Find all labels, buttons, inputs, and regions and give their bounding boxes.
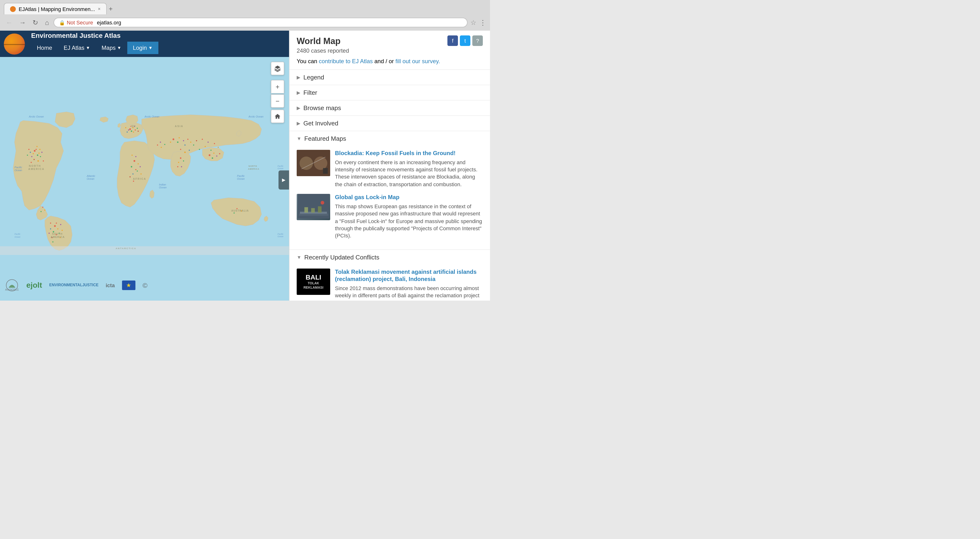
svg-point-46 bbox=[138, 163, 139, 164]
svg-point-60 bbox=[183, 140, 184, 142]
icta-logo: icta bbox=[106, 279, 115, 292]
forward-button[interactable]: → bbox=[17, 18, 28, 27]
menu-button[interactable]: ⋮ bbox=[479, 19, 486, 26]
nav-home[interactable]: Home bbox=[31, 41, 58, 54]
svg-point-64 bbox=[193, 145, 194, 146]
svg-point-16 bbox=[37, 155, 38, 156]
svg-point-4 bbox=[131, 131, 132, 132]
svg-point-48 bbox=[140, 166, 141, 167]
svg-point-55 bbox=[135, 156, 136, 157]
filter-section-header[interactable]: ▶ Filter bbox=[290, 85, 490, 100]
svg-point-95 bbox=[164, 144, 165, 145]
help-button[interactable]: ? bbox=[472, 35, 483, 46]
sidebar: World Map 2480 cases reported f t ? You … bbox=[289, 30, 490, 301]
svg-text:Arctic Ocean: Arctic Ocean bbox=[144, 115, 159, 118]
home-map-button[interactable] bbox=[271, 110, 284, 123]
facebook-button[interactable]: f bbox=[447, 35, 458, 46]
get-involved-section-header[interactable]: ▶ Get Involved bbox=[290, 116, 490, 131]
home-map-icon bbox=[274, 113, 281, 120]
legend-section-header[interactable]: ▶ Legend bbox=[290, 70, 490, 85]
zoom-in-button[interactable]: + bbox=[271, 80, 284, 93]
svg-point-49 bbox=[135, 169, 136, 170]
layers-button[interactable] bbox=[271, 62, 284, 75]
svg-text:Pacific: Pacific bbox=[237, 174, 245, 177]
svg-text:Arctic Ocean: Arctic Ocean bbox=[248, 115, 263, 118]
svg-point-78 bbox=[213, 153, 215, 154]
svg-point-82 bbox=[180, 157, 181, 159]
featured-item-blockadia: Blockadia: Keep Fossil Fuels in the Grou… bbox=[297, 150, 483, 188]
blockadia-title[interactable]: Blockadia: Keep Fossil Fuels in the Grou… bbox=[335, 150, 483, 157]
home-button[interactable]: ⌂ bbox=[43, 18, 51, 27]
active-tab[interactable]: EJAtlas | Mapping Environmen... × bbox=[4, 3, 107, 14]
svg-text:AMERICA: AMERICA bbox=[28, 167, 45, 171]
eu-icon: ★ bbox=[122, 281, 135, 290]
featured-item-gas-lock: Global gas Lock-in Map This map shows Eu… bbox=[297, 194, 483, 239]
social-icons: f t ? bbox=[447, 35, 483, 46]
conflicts-list: BALI TOLAK REKLAMASI Tolak Reklamasi mov… bbox=[290, 265, 490, 301]
back-button[interactable]: ← bbox=[4, 18, 14, 27]
svg-point-94 bbox=[161, 147, 162, 148]
security-icon: 🔒 bbox=[59, 20, 65, 25]
contribute-link[interactable]: contribute to EJ Atlas bbox=[319, 58, 373, 65]
svg-point-72 bbox=[184, 151, 186, 153]
svg-point-32 bbox=[57, 228, 58, 230]
map-container[interactable]: Pacific Ocean Atlantic Ocean Indian Ocea… bbox=[0, 57, 289, 301]
ej-atlas-arrow: ▼ bbox=[86, 45, 90, 50]
svg-point-53 bbox=[140, 173, 142, 174]
bali-thumb-text: BALI TOLAK REKLAMASI bbox=[303, 274, 323, 290]
nav-maps[interactable]: Maps ▼ bbox=[96, 41, 127, 54]
toggle-panel-button[interactable]: ► bbox=[278, 170, 289, 189]
gas-lock-title[interactable]: Global gas Lock-in Map bbox=[335, 194, 483, 201]
maps-arrow: ▼ bbox=[117, 45, 121, 50]
browse-maps-section-header[interactable]: ▶ Browse maps bbox=[290, 100, 490, 115]
svg-rect-140 bbox=[299, 214, 328, 216]
twitter-button[interactable]: t bbox=[460, 35, 470, 46]
svg-text:Ocean: Ocean bbox=[87, 177, 94, 180]
ejolt-logo: ejolt bbox=[26, 279, 42, 292]
zoom-out-button[interactable]: − bbox=[271, 94, 284, 108]
svg-point-9 bbox=[137, 128, 138, 129]
svg-rect-1 bbox=[0, 246, 289, 255]
bookmark-button[interactable]: ☆ bbox=[470, 19, 477, 26]
nav-login[interactable]: Login ▼ bbox=[127, 41, 158, 54]
browse-maps-arrow: ▶ bbox=[297, 105, 301, 110]
svg-point-77 bbox=[208, 155, 210, 156]
svg-point-25 bbox=[41, 152, 43, 153]
svg-text:SOUTH: SOUTH bbox=[52, 233, 62, 235]
svg-text:AMERICA: AMERICA bbox=[248, 168, 259, 170]
url-bar[interactable]: 🔒 Not Secure ejatlas.org bbox=[54, 18, 468, 27]
survey-link[interactable]: fill out our survey. bbox=[396, 58, 440, 65]
logo-area bbox=[0, 30, 29, 57]
bali-title[interactable]: Tolak Reklamasi movement against artific… bbox=[335, 268, 483, 283]
svg-point-70 bbox=[199, 149, 200, 150]
featured-maps-section-header[interactable]: ▼ Featured Maps bbox=[290, 131, 490, 146]
blockadia-thumbnail bbox=[297, 150, 330, 176]
conflict-item-bali: BALI TOLAK REKLAMASI Tolak Reklamasi mov… bbox=[290, 265, 490, 301]
nav-ej-atlas[interactable]: EJ Atlas ▼ bbox=[58, 41, 96, 54]
svg-text:Ocean: Ocean bbox=[237, 177, 245, 180]
tab-bar: EJAtlas | Mapping Environmen... × + bbox=[0, 0, 490, 14]
svg-point-51 bbox=[137, 171, 138, 172]
bali-desc: Since 2012 mass demonstrations have been… bbox=[335, 285, 483, 301]
svg-text:Ocean: Ocean bbox=[278, 235, 283, 238]
eu-logo: ★ bbox=[122, 279, 135, 292]
svg-point-12 bbox=[130, 126, 131, 127]
gas-lock-desc: This map shows European gas resistance i… bbox=[335, 203, 483, 240]
svg-point-80 bbox=[216, 156, 218, 157]
svg-point-54 bbox=[133, 181, 134, 182]
svg-point-90 bbox=[42, 207, 43, 208]
conflicts-section-header[interactable]: ▼ Recently Updated Conflicts bbox=[290, 250, 490, 265]
security-label: Not Secure bbox=[67, 20, 93, 26]
login-arrow: ▼ bbox=[148, 45, 153, 50]
get-involved-section: ▶ Get Involved bbox=[290, 116, 490, 131]
filter-section: ▶ Filter bbox=[290, 85, 490, 100]
svg-point-65 bbox=[196, 140, 197, 142]
svg-point-29 bbox=[43, 160, 44, 161]
tab-title: EJAtlas | Mapping Environmen... bbox=[19, 6, 95, 12]
tab-close-btn[interactable]: × bbox=[98, 6, 101, 11]
acknowledge-icon: ACKNOWLE bbox=[5, 278, 19, 292]
reload-button[interactable]: ↻ bbox=[30, 18, 40, 27]
svg-point-8 bbox=[127, 131, 128, 132]
world-map-svg: Pacific Ocean Atlantic Ocean Indian Ocea… bbox=[0, 57, 289, 301]
new-tab-button[interactable]: + bbox=[109, 5, 113, 13]
